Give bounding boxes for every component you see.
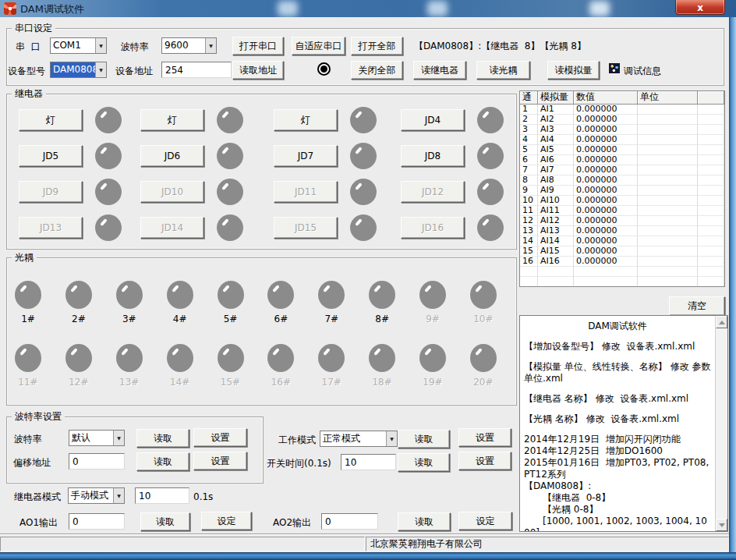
table-header-cell[interactable]: 模拟量	[538, 91, 574, 105]
work-mode-read-button[interactable]: 读取	[398, 430, 450, 448]
baud-read-button[interactable]: 读取	[136, 429, 189, 448]
relay-button[interactable]: JD8	[401, 145, 465, 167]
dropdown-arrow-icon[interactable]	[95, 62, 106, 77]
relay-button[interactable]: JD6	[140, 145, 204, 167]
read-relay-button[interactable]: 读继电器	[413, 61, 466, 80]
table-header-cell[interactable]	[698, 91, 724, 105]
open-all-button[interactable]: 打开全部	[351, 37, 403, 55]
relay-button[interactable]: 灯	[274, 109, 338, 131]
ao1-set-button[interactable]: 设定	[201, 512, 252, 530]
open-serial-button[interactable]: 打开串口	[232, 37, 284, 55]
scrollbar-down-icon[interactable]	[716, 519, 727, 531]
read-address-button[interactable]: 读取地址	[232, 61, 284, 80]
adaptive-serial-button[interactable]: 自适应串口	[292, 37, 345, 55]
relay-button[interactable]: JD16	[401, 217, 465, 239]
ao2-read-button[interactable]: 读取	[398, 512, 451, 531]
baud-rate-combo[interactable]: 9600	[161, 37, 217, 54]
cell-name: AI1	[538, 105, 574, 115]
relay-button[interactable]: JD13	[19, 217, 83, 239]
table-row[interactable]: 6 AI6 0.000000	[520, 155, 724, 165]
device-model-combo[interactable]: DAM0808	[50, 62, 107, 78]
relay-button[interactable]: JD12	[401, 181, 465, 203]
relay-button[interactable]: JD9	[19, 181, 83, 203]
switch-time-input[interactable]	[341, 454, 396, 470]
work-mode-combo[interactable]: 正常模式	[320, 431, 398, 447]
clear-button[interactable]: 清空	[669, 296, 725, 316]
relay-button[interactable]: JD11	[274, 181, 338, 203]
opto-label: 19#	[423, 377, 442, 388]
offset-read-button[interactable]: 读取	[136, 452, 189, 471]
table-row[interactable]: 2 AI2 0.000000	[520, 115, 724, 125]
work-mode-set-button[interactable]: 设置	[458, 428, 511, 447]
cell-unit	[638, 135, 698, 145]
table-row[interactable]: 9 AI9 0.000000	[520, 186, 724, 196]
table-row[interactable]: 5 AI5 0.000000	[520, 145, 724, 155]
read-opto-button[interactable]: 读光耦	[476, 61, 530, 80]
offset-address-input[interactable]	[69, 453, 125, 470]
ao2-set-button[interactable]: 设定	[458, 512, 512, 530]
scrollbar[interactable]	[715, 316, 727, 531]
table-header-cell[interactable]: 通	[520, 91, 538, 105]
serial-port-combo[interactable]: COM1	[50, 37, 107, 54]
dropdown-arrow-icon[interactable]	[95, 38, 106, 53]
relay-cell: 灯	[19, 106, 136, 134]
debug-info-label: 调试信息	[624, 66, 661, 77]
cell-value: 0.000000	[574, 186, 638, 196]
opto-row-1: 1# 2# 3# 4# 5# 6# 7# 8# 9# 10#	[11, 281, 501, 324]
switch-time-read-button[interactable]: 读取	[398, 453, 450, 472]
table-row[interactable]: 13 AI13 0.000000	[520, 226, 724, 236]
table-row[interactable]: 12 AI12 0.000000	[520, 216, 724, 226]
baud-set-button[interactable]: 设置	[193, 428, 247, 447]
table-header-cell[interactable]: 单位	[638, 91, 698, 105]
info-line: 【光耦 0-8】	[524, 504, 711, 516]
table-row[interactable]: 15 AI15 0.000000	[520, 246, 724, 257]
relay-button[interactable]: 灯	[140, 109, 204, 131]
relay-button[interactable]: JD5	[19, 145, 83, 167]
relay-button[interactable]: JD10	[140, 181, 204, 203]
relay-button[interactable]: JD14	[140, 217, 204, 239]
ao2-input[interactable]	[321, 513, 378, 530]
table-row[interactable]: 1 AI1 0.000000	[520, 105, 724, 115]
dropdown-arrow-icon[interactable]	[386, 431, 397, 446]
table-row[interactable]: 8 AI8 0.000000	[520, 175, 724, 186]
relay-led-icon	[477, 214, 504, 241]
relay-button[interactable]: JD7	[274, 145, 338, 167]
opto-led-icon	[419, 281, 446, 309]
relay-button[interactable]: 灯	[19, 109, 83, 131]
read-analog-button[interactable]: 读模拟量	[547, 61, 600, 80]
dropdown-arrow-icon[interactable]	[113, 488, 124, 503]
device-address-input[interactable]	[161, 62, 232, 78]
dropdown-arrow-icon[interactable]	[113, 431, 124, 445]
relay-button[interactable]: JD4	[401, 109, 465, 131]
baud-settings-group: 波特率设置	[6, 416, 264, 484]
table-row[interactable]: 4 AI4 0.000000	[520, 135, 724, 145]
close-all-button[interactable]: 关闭全部	[351, 61, 403, 80]
table-row[interactable]: 16 AI16 0.000000	[520, 257, 724, 267]
relay-button[interactable]: JD15	[274, 217, 338, 239]
ao1-input[interactable]	[69, 513, 125, 530]
cell-extra	[698, 105, 724, 115]
opto-label: 4#	[173, 314, 187, 324]
titlebar[interactable]: DAM调试软件	[0, 0, 736, 17]
relay-led-icon	[350, 143, 377, 169]
app-icon[interactable]	[4, 2, 16, 15]
close-button[interactable]: x	[675, 0, 725, 15]
relay-led-icon	[350, 107, 377, 133]
cell-value: 0.000000	[574, 165, 638, 175]
table-row[interactable]: 3 AI3 0.000000	[520, 125, 724, 135]
table-row[interactable]: 11 AI11 0.000000	[520, 206, 724, 216]
relay-mode-combo[interactable]: 手动模式	[68, 487, 125, 504]
table-row[interactable]: 10 AI10 0.000000	[520, 196, 724, 206]
cell-name: AI14	[538, 236, 574, 246]
switch-time-set-button[interactable]: 设置	[458, 452, 511, 470]
relay-mode-time-input[interactable]	[135, 487, 189, 504]
baud-set-combo[interactable]: 默认	[69, 430, 125, 446]
table-row[interactable]: 14 AI14 0.000000	[520, 236, 724, 246]
dropdown-arrow-icon[interactable]	[205, 38, 216, 53]
relay-led-icon	[217, 179, 243, 205]
offset-set-button[interactable]: 设置	[193, 452, 247, 470]
table-row[interactable]: 7 AI7 0.000000	[520, 165, 724, 175]
ao1-read-button[interactable]: 读取	[140, 512, 190, 531]
table-header-cell[interactable]: 数值	[574, 91, 638, 105]
scrollbar-up-icon[interactable]	[716, 316, 727, 328]
